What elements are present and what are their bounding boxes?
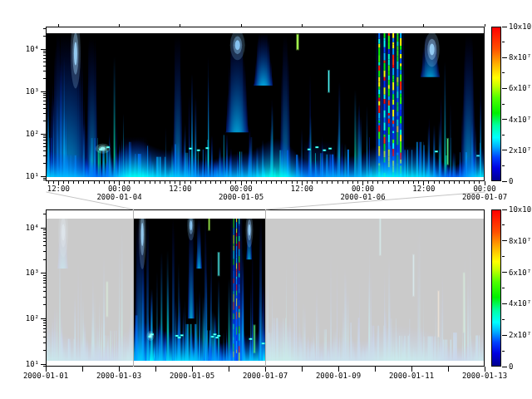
x-minor-tick (185, 181, 185, 184)
x-major-tick-mirror (119, 24, 120, 27)
x-major-tick-mirror (485, 24, 485, 27)
x-minor-tick (246, 181, 247, 184)
colorbar-minor-tick (502, 319, 505, 320)
x-minor-tick (464, 181, 465, 184)
x-minor-tick (317, 181, 318, 184)
x-minor-tick (104, 181, 105, 184)
x-minor-tick (251, 181, 252, 184)
x-major-tick (302, 367, 303, 372)
y-major-tick (41, 49, 46, 50)
y-minor-tick (43, 297, 46, 298)
y-minor-tick (43, 104, 46, 105)
x-minor-tick (352, 181, 353, 184)
x-major-tick (155, 367, 156, 372)
colorbar-tick-label: 8x10⁷ (509, 53, 531, 62)
colorbar-major-tick (502, 367, 507, 367)
x-minor-tick (256, 181, 257, 184)
y-minor-tick (43, 229, 46, 230)
x-major-tick-mirror (241, 24, 242, 27)
x-minor-tick (408, 181, 409, 184)
colorbar-tick-label: 0 (509, 362, 513, 371)
x-minor-tick (230, 181, 231, 184)
colorbar-minor-tick (502, 104, 505, 105)
zoomed-spectrogram-canvas[interactable] (46, 33, 485, 177)
y-minor-tick (43, 234, 46, 235)
x-minor-tick (342, 181, 343, 184)
colorbar-tick-label: 2x10⁷ (509, 146, 531, 155)
y-major-tick (41, 134, 46, 135)
x-tick-date-label: 2000-01-03 (91, 372, 146, 380)
x-major-tick-mirror (180, 24, 180, 27)
x-minor-tick (225, 181, 226, 184)
x-minor-tick (114, 181, 115, 184)
x-major-tick (375, 367, 376, 372)
y-major-tick (41, 364, 46, 365)
x-tick-time-label: 00:00 (468, 185, 501, 193)
x-minor-tick (53, 181, 54, 184)
y-minor-tick (43, 66, 46, 66)
y-minor-tick (43, 180, 46, 180)
figure: 10⁴10³10²10¹12:0000:002000-01-0412:0000:… (0, 0, 532, 399)
y-minor-tick (43, 245, 46, 246)
y-major-tick (41, 228, 46, 229)
zoom-window-right-edge[interactable] (265, 209, 266, 367)
x-minor-tick (220, 181, 221, 184)
colorbar-major-tick (502, 303, 507, 304)
y-minor-tick (43, 51, 46, 52)
y-tick-label: 10⁴ (17, 45, 39, 53)
x-minor-tick (403, 181, 404, 184)
x-minor-tick (388, 181, 389, 184)
y-minor-tick (43, 150, 46, 151)
y-minor-tick (43, 78, 46, 79)
x-minor-tick (292, 181, 293, 184)
y-minor-tick (43, 146, 46, 147)
x-minor-tick (78, 181, 79, 184)
y-tick-label: 10² (17, 314, 39, 323)
x-minor-tick (276, 181, 277, 184)
x-major-tick-mirror (302, 24, 303, 27)
y-minor-tick (43, 325, 46, 326)
x-minor-tick (312, 181, 313, 184)
y-major-tick (41, 273, 46, 273)
x-minor-tick (48, 181, 49, 184)
x-minor-tick (200, 181, 201, 184)
x-tick-time-label: 12:00 (164, 185, 197, 193)
colorbar-major-tick (502, 181, 507, 182)
x-major-tick (82, 367, 83, 372)
x-minor-tick (281, 181, 282, 184)
y-minor-tick (43, 283, 46, 283)
y-minor-tick (43, 278, 46, 278)
y-minor-tick (43, 137, 46, 138)
colorbar-tick-label: 4x10⁷ (509, 299, 531, 308)
y-minor-tick (43, 52, 46, 53)
colorbar-tick-label: 0 (509, 177, 513, 185)
colorbar-tick-label: 8x10⁷ (509, 237, 531, 245)
x-minor-tick (215, 181, 216, 184)
zoom-window-left-edge[interactable] (133, 209, 134, 367)
y-minor-tick (43, 121, 46, 121)
x-minor-tick (454, 181, 455, 184)
x-tick-date-label: 2000-01-04 (92, 193, 147, 201)
y-minor-tick (43, 238, 46, 239)
y-minor-tick (43, 328, 46, 329)
y-minor-tick (43, 143, 46, 144)
x-minor-tick (160, 181, 160, 184)
x-minor-tick (307, 181, 308, 184)
x-major-tick-mirror (362, 24, 363, 27)
colorbar-minor-tick (502, 224, 505, 225)
y-minor-tick (43, 93, 46, 94)
x-minor-tick (155, 181, 155, 184)
x-minor-tick (134, 181, 135, 184)
x-minor-tick (150, 181, 150, 184)
x-tick-date-label: 2000-01-01 (18, 372, 73, 380)
x-minor-tick (474, 181, 475, 184)
y-minor-tick (43, 140, 46, 140)
x-minor-tick (444, 181, 445, 184)
x-minor-tick (347, 181, 348, 184)
x-minor-tick (139, 181, 140, 184)
x-tick-date-label: 2000-01-06 (336, 193, 391, 201)
x-minor-tick (286, 181, 287, 184)
y-major-tick (41, 91, 46, 92)
x-minor-tick (434, 181, 435, 184)
x-tick-time-label: 00:00 (224, 185, 258, 193)
